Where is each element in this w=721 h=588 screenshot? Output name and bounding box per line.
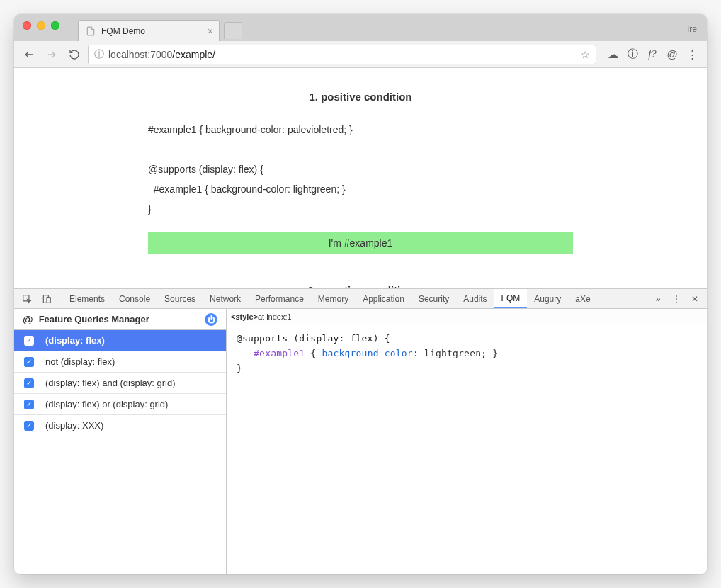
checkbox-icon[interactable]: ✓: [24, 421, 34, 431]
fqm-panel-title: Feature Queries Manager: [39, 314, 149, 324]
devtools-tab-axe[interactable]: aXe: [568, 289, 597, 308]
url-port: :7000: [147, 49, 172, 60]
browser-tab-active[interactable]: FQM Demo ×: [78, 20, 220, 41]
fqm-query-row[interactable]: ✓(display: flex) or (display: grid): [14, 394, 226, 415]
heading-1: 1. positive condition: [148, 91, 573, 103]
fqm-query-row[interactable]: ✓(display: flex): [14, 330, 226, 351]
code-block-1: #example1 { background-color: paleviolet…: [148, 120, 573, 219]
at-icon[interactable]: @: [663, 45, 681, 64]
url-text: localhost:7000/example/: [108, 49, 215, 60]
url-host: localhost: [108, 49, 147, 60]
url-path: /example/: [172, 49, 215, 60]
devtools-tab-fqm[interactable]: FQM: [494, 289, 528, 308]
devtools-tab-memory[interactable]: Memory: [311, 289, 356, 308]
browser-toolbar: ⓘ localhost:7000/example/ ☆ ☁ ⓘ f? @ ⋮: [14, 41, 707, 68]
bookmark-star-icon[interactable]: ☆: [581, 49, 590, 60]
devtools-tab-console[interactable]: Console: [112, 289, 157, 308]
page-content: 1. positive condition #example1 { backgr…: [148, 68, 573, 289]
browser-window: FQM Demo × Ire ⓘ localhost:7000/example/…: [14, 14, 707, 574]
overflow-tabs-icon[interactable]: »: [649, 294, 667, 304]
back-button[interactable]: [20, 45, 38, 64]
device-toolbar-icon[interactable]: [37, 289, 57, 308]
devtools-tab-augury[interactable]: Augury: [527, 289, 568, 308]
menu-button[interactable]: ⋮: [683, 45, 701, 64]
devtools-tabs: ElementsConsoleSourcesNetworkPerformance…: [62, 289, 598, 308]
address-bar[interactable]: ⓘ localhost:7000/example/ ☆: [88, 45, 596, 64]
devtools-panel: ElementsConsoleSourcesNetworkPerformance…: [14, 289, 707, 574]
devtools-close-icon[interactable]: ✕: [686, 294, 704, 304]
devtools-tab-network[interactable]: Network: [203, 289, 248, 308]
fqm-query-label: (display: flex) and (display: grid): [45, 378, 176, 388]
info-icon[interactable]: ⓘ: [623, 45, 642, 64]
window-close-button[interactable]: [23, 21, 31, 30]
devtools-tab-elements[interactable]: Elements: [62, 289, 112, 308]
devtools-tab-audits[interactable]: Audits: [456, 289, 494, 308]
fqm-reload-button[interactable]: ⏻: [205, 313, 217, 326]
site-info-icon[interactable]: ⓘ: [94, 48, 104, 61]
checkbox-icon[interactable]: ✓: [24, 400, 34, 409]
devtools-tabstrip: ElementsConsoleSourcesNetworkPerformance…: [14, 289, 707, 309]
source-header-index: at index:1: [258, 312, 292, 321]
tab-close-button[interactable]: ×: [208, 26, 213, 36]
new-tab-button[interactable]: [224, 22, 242, 39]
fq-ext-icon[interactable]: f?: [643, 45, 662, 64]
profile-label[interactable]: Ire: [687, 24, 697, 34]
source-code-view: @supports (display: flex) { #example1 { …: [227, 324, 707, 574]
svg-rect-4: [47, 297, 50, 303]
source-header-tag: <style>: [231, 312, 258, 321]
forward-button[interactable]: [42, 45, 61, 64]
fqm-query-row[interactable]: ✓(display: XXX): [14, 415, 226, 436]
heading-2: 2. negative condition: [148, 284, 573, 289]
tab-strip: FQM Demo × Ire: [14, 14, 707, 41]
inspect-element-icon[interactable]: [17, 289, 37, 308]
example1-box: I'm #example1: [148, 232, 573, 254]
file-icon: [86, 26, 96, 36]
devtools-tab-sources[interactable]: Sources: [157, 289, 203, 308]
fqm-query-row[interactable]: ✓not (display: flex): [14, 351, 226, 373]
fqm-query-list: ✓(display: flex)✓not (display: flex)✓(di…: [14, 330, 226, 574]
checkbox-icon[interactable]: ✓: [24, 336, 34, 346]
checkbox-icon[interactable]: ✓: [24, 357, 34, 367]
fqm-query-label: not (display: flex): [45, 356, 115, 367]
devtools-tab-performance[interactable]: Performance: [248, 289, 311, 308]
extension-icons: ☁ ⓘ f? @ ⋮: [603, 45, 701, 64]
fqm-source-panel: <style> at index:1 @supports (display: f…: [227, 309, 707, 574]
page-viewport: 1. positive condition #example1 { backgr…: [14, 68, 707, 289]
fqm-query-label: (display: XXX): [45, 420, 103, 431]
devtools-tab-application[interactable]: Application: [356, 289, 411, 308]
fqm-query-label: (display: flex) or (display: grid): [45, 399, 168, 409]
at-icon: @: [23, 313, 33, 325]
fqm-sidebar: @ Feature Queries Manager ⏻ ✓(display: f…: [14, 309, 227, 574]
devtools-tab-security[interactable]: Security: [411, 289, 456, 308]
devtools-body: @ Feature Queries Manager ⏻ ✓(display: f…: [14, 309, 707, 574]
window-minimize-button[interactable]: [37, 21, 45, 30]
reload-button[interactable]: [65, 45, 84, 64]
fqm-panel-title-row: @ Feature Queries Manager ⏻: [14, 309, 226, 330]
cloud-icon[interactable]: ☁: [603, 45, 622, 64]
tab-title: FQM Demo: [101, 26, 145, 36]
traffic-lights: [23, 21, 59, 30]
source-header: <style> at index:1: [227, 309, 707, 324]
fqm-query-label: (display: flex): [45, 335, 105, 346]
devtools-more-icon[interactable]: ⋮: [667, 294, 686, 304]
window-zoom-button[interactable]: [51, 21, 59, 30]
checkbox-icon[interactable]: ✓: [24, 378, 34, 388]
fqm-query-row[interactable]: ✓(display: flex) and (display: grid): [14, 373, 226, 394]
